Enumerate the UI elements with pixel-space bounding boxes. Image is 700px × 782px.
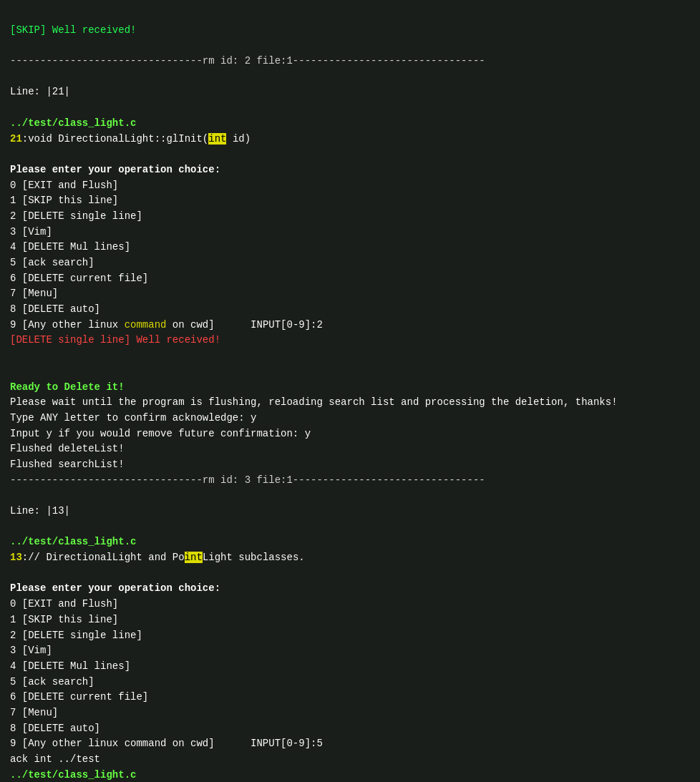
terminal-output: [SKIP] Well received! ------------------… <box>10 7 690 782</box>
menu-item-8-2: 8 [DELETE auto] <box>10 723 100 734</box>
file-path-1: ../test/class_light.c <box>10 117 136 129</box>
menu-item-1-2: 1 [SKIP this line] <box>10 614 118 625</box>
code-line-2: 13:// DirectionalLight and PointLight su… <box>10 552 305 563</box>
menu-item-4-1: 4 [DELETE Mul lines] <box>10 241 130 253</box>
remove-future: Input y if you would remove future confi… <box>10 428 311 439</box>
separator-2: --------------------------------rm id: 3… <box>10 474 485 486</box>
menu-item-4-2: 4 [DELETE Mul lines] <box>10 660 130 672</box>
menu-item-2-2: 2 [DELETE single line] <box>10 630 142 641</box>
menu-item-9-1: 9 [Any other linux command on cwd] INPUT… <box>10 319 323 331</box>
menu-item-8-1: 8 [DELETE auto] <box>10 303 100 315</box>
menu-item-2-1: 2 [DELETE single line] <box>10 210 142 222</box>
skip-message: [SKIP] Well received! <box>10 24 136 36</box>
code-line-1: 21:void DirectionalLight::glInit(int id) <box>10 133 251 145</box>
menu-item-0-2: 0 [EXIT and Flush] <box>10 598 118 610</box>
menu-item-7-2: 7 [Menu] <box>10 707 58 718</box>
menu-item-3-1: 3 [Vim] <box>10 226 52 238</box>
file-path-2: ../test/class_light.c <box>10 536 136 547</box>
menu-item-5-1: 5 [ack search] <box>10 257 94 268</box>
ready-to-delete: Ready to Delete it! <box>10 381 125 393</box>
menu-header-1: Please enter your operation choice: <box>10 164 220 175</box>
menu-item-9-2: 9 [Any other linux command on cwd] INPUT… <box>10 738 323 749</box>
flushed-delete: Flushed deleteList! <box>10 443 125 454</box>
file-path-3: ../test/class_light.c <box>10 769 136 781</box>
menu-item-6-2: 6 [DELETE current file] <box>10 691 148 703</box>
menu-header-2: Please enter your operation choice: <box>10 582 220 594</box>
ack-command: ack int ../test <box>10 753 100 765</box>
line-number-1: Line: |21| <box>10 86 70 97</box>
confirm-acknowledge: Type ANY letter to confirm acknowledge: … <box>10 412 256 424</box>
menu-item-3-2: 3 [Vim] <box>10 645 52 656</box>
line-number-2: Line: |13| <box>10 505 70 517</box>
flushed-search: Flushed searchList! <box>10 459 125 470</box>
menu-item-1-1: 1 [SKIP this line] <box>10 195 118 206</box>
separator-1: --------------------------------rm id: 2… <box>10 55 485 67</box>
menu-item-7-1: 7 [Menu] <box>10 288 58 299</box>
menu-item-0-1: 0 [EXIT and Flush] <box>10 180 118 191</box>
delete-confirm-1: [DELETE single line] Well received! <box>10 334 220 346</box>
please-wait-msg: Please wait until the program is flushin… <box>10 396 618 408</box>
menu-item-5-2: 5 [ack search] <box>10 676 94 688</box>
menu-item-6-1: 6 [DELETE current file] <box>10 273 148 284</box>
